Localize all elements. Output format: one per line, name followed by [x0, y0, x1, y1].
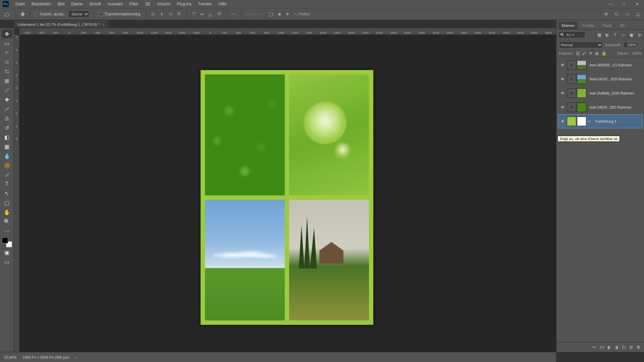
panel-tab-3d[interactable]: 3D: [616, 22, 628, 29]
lock-transparency-icon[interactable]: ▨: [576, 51, 580, 56]
layer-thumbnail[interactable]: [577, 103, 586, 112]
menu-3d[interactable]: 3D: [142, 0, 154, 8]
workspace-icon[interactable]: ▭: [624, 11, 631, 17]
window-minimize-button[interactable]: —: [604, 0, 617, 8]
menu-fenster[interactable]: Fenster: [195, 0, 215, 8]
lock-artboard-icon[interactable]: ▣: [595, 51, 599, 56]
layer-thumbnail[interactable]: [577, 60, 586, 70]
transform-controls-checkbox[interactable]: Transformationsstrg.: [99, 12, 141, 16]
link-layers-icon[interactable]: ⚯: [592, 345, 596, 350]
new-layer-icon[interactable]: ⊞: [629, 345, 633, 350]
layer-name[interactable]: leaf-254608_1920 Rahmen: [590, 91, 641, 95]
color-swatches[interactable]: [2, 237, 12, 247]
layer-fx-icon[interactable]: ƒx: [599, 345, 604, 350]
align-right-icon[interactable]: [167, 11, 173, 17]
window-close-button[interactable]: ✕: [631, 0, 644, 8]
layer-thumbnail[interactable]: [567, 74, 576, 84]
home-button[interactable]: [3, 10, 11, 18]
wand-tool[interactable]: ✩: [2, 58, 12, 66]
document-tab-close[interactable]: ×: [102, 22, 104, 26]
hand-tool[interactable]: ✋: [2, 208, 12, 217]
layer-thumbnail[interactable]: [567, 88, 576, 98]
layer-row[interactable]: 👁⚯Farbfüllung 1: [558, 114, 643, 128]
align-left-icon[interactable]: [151, 11, 157, 17]
layer-row[interactable]: 👁leaf-254608_1920 Rahmen: [558, 86, 643, 100]
layer-name[interactable]: Farbfüllung 1: [595, 119, 641, 123]
screenmode-toggle[interactable]: ▭: [2, 257, 12, 266]
filter-toggle-icon[interactable]: ⊘: [637, 32, 642, 38]
menu-datei[interactable]: Datei: [12, 0, 28, 8]
zoom-level[interactable]: 20,66%: [4, 355, 16, 359]
align-center-h-icon[interactable]: [159, 11, 165, 17]
history-brush-tool[interactable]: ↺: [2, 123, 12, 132]
cloud-docs-icon[interactable]: ◔: [602, 11, 609, 17]
auto-select-target-dropdown[interactable]: Ebene: [68, 10, 89, 18]
layer-filter-field[interactable]: 🔍 Art ▾: [558, 32, 585, 38]
layer-visibility-toggle[interactable]: 👁: [559, 119, 566, 123]
lasso-tool[interactable]: [2, 48, 12, 57]
horizontal-ruler[interactable]: -600-400-2000200400600800100012001400160…: [19, 28, 556, 35]
crop-tool[interactable]: [2, 67, 12, 76]
frame-leaf-droplet[interactable]: [289, 74, 369, 195]
blur-tool[interactable]: 💧: [2, 152, 12, 160]
panel-tab-pfade[interactable]: Pfade: [599, 22, 615, 29]
share-icon[interactable]: [635, 11, 641, 17]
filter-pixel-icon[interactable]: ▦: [596, 32, 602, 38]
pen-tool[interactable]: [2, 170, 12, 179]
layer-thumbnail[interactable]: [577, 117, 586, 126]
layer-thumbnail[interactable]: [577, 74, 586, 84]
frame-tool[interactable]: ⊠: [2, 76, 12, 85]
menu-schrift[interactable]: Schrift: [86, 0, 104, 8]
type-tool[interactable]: T: [2, 180, 12, 188]
edit-toolbar[interactable]: ⋯: [2, 227, 12, 235]
path-select-tool[interactable]: ↖: [2, 189, 12, 198]
layer-group-icon[interactable]: 🗀: [622, 345, 626, 350]
layer-visibility-toggle[interactable]: 👁: [559, 105, 566, 109]
align-bottom-icon[interactable]: [207, 11, 213, 17]
dodge-tool[interactable]: 🔆: [2, 161, 12, 170]
menu-bild[interactable]: Bild: [54, 0, 68, 8]
menu-filter[interactable]: Filter: [126, 0, 142, 8]
vertical-ruler[interactable]: 000204060: [14, 35, 19, 352]
zoom-tool[interactable]: 🔍: [2, 217, 12, 226]
menu-bearbeiten[interactable]: Bearbeiten: [28, 0, 54, 8]
layer-mask-icon[interactable]: ◐: [607, 345, 611, 350]
layer-visibility-toggle[interactable]: 👁: [559, 77, 566, 81]
auto-select-checkbox[interactable]: ✓ Autom. ausw.:: [35, 12, 65, 16]
layer-name[interactable]: tree-309568...(1) Rahmen: [590, 63, 641, 67]
gradient-tool[interactable]: ▦: [2, 142, 12, 151]
lock-paint-icon[interactable]: 🖌: [582, 51, 586, 56]
quickmask-toggle[interactable]: ▣: [2, 248, 12, 257]
layer-thumbnail[interactable]: [567, 117, 576, 126]
distribute-icon[interactable]: [176, 11, 181, 17]
frame-cabin-trees[interactable]: [289, 200, 369, 321]
lock-all-icon[interactable]: 🔒: [601, 51, 606, 56]
eraser-tool[interactable]: ◧: [2, 133, 12, 141]
frame-clover[interactable]: [205, 74, 285, 195]
align-top-icon[interactable]: [191, 11, 197, 17]
menu-hilfe[interactable]: Hilfe: [215, 0, 230, 8]
filter-smart-icon[interactable]: ▣: [629, 32, 634, 38]
blend-mode-dropdown[interactable]: Normal: [559, 42, 603, 48]
panel-tab-ebenen[interactable]: Ebenen: [558, 22, 578, 29]
layer-thumbnail[interactable]: [577, 88, 586, 98]
layer-row[interactable]: 👁tree-309568...(1) Rahmen: [558, 58, 643, 72]
layer-thumbnail[interactable]: [567, 60, 576, 70]
canvas-area[interactable]: [19, 35, 556, 352]
filter-adjust-icon[interactable]: ◐: [604, 32, 610, 38]
menu-auswahl[interactable]: Auswahl: [104, 0, 126, 8]
menu-ebene[interactable]: Ebene: [68, 0, 86, 8]
filter-shape-icon[interactable]: ▱: [621, 32, 626, 38]
layer-visibility-toggle[interactable]: 👁: [559, 63, 566, 67]
layer-thumbnail[interactable]: [567, 103, 576, 112]
document[interactable]: [201, 70, 373, 325]
layer-row[interactable]: 👁field-54291...920 Rahmen: [558, 72, 643, 86]
frame-field-sky[interactable]: [205, 200, 285, 321]
status-arrow-icon[interactable]: ›: [75, 355, 76, 359]
panel-tab-kanaele[interactable]: Kanäle: [579, 22, 597, 29]
filter-type-icon[interactable]: T: [612, 32, 618, 38]
align-center-v-icon[interactable]: [199, 11, 205, 17]
layer-visibility-toggle[interactable]: 👁: [559, 91, 566, 95]
opacity-value[interactable]: 100%: [624, 42, 638, 48]
marquee-tool[interactable]: ▭: [2, 39, 12, 48]
